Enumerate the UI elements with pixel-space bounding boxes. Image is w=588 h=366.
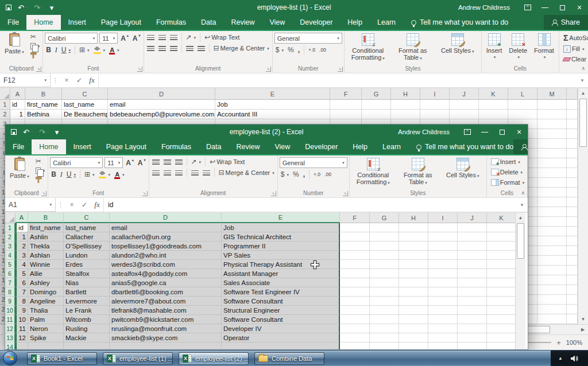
underline-button[interactable]: U▾ <box>65 170 77 178</box>
scroll-down-icon[interactable]: ▼ <box>578 314 588 324</box>
increase-decimal-button[interactable]: +.0 <box>312 172 322 178</box>
font-dialog-launcher[interactable]: ↘ <box>137 67 142 72</box>
redo-button[interactable]: ↷▾ <box>39 129 49 136</box>
account-name[interactable]: Andrew Childress <box>458 4 510 11</box>
cell[interactable] <box>567 188 578 197</box>
cell[interactable] <box>340 287 370 297</box>
maximize-button[interactable] <box>554 0 571 15</box>
tab-data[interactable]: Data <box>199 139 229 154</box>
cell[interactable] <box>479 110 508 119</box>
increase-indent-button[interactable] <box>196 45 206 52</box>
customize-qat-button[interactable]: ▾ <box>50 4 54 11</box>
cell[interactable] <box>487 306 516 315</box>
cell[interactable] <box>340 333 370 342</box>
cell[interactable]: Software Test Engineer IV <box>222 287 340 297</box>
cell[interactable] <box>487 251 516 260</box>
formula-input[interactable]: id <box>103 198 516 212</box>
column-header-G[interactable]: G <box>362 88 391 100</box>
column-header-D[interactable]: D <box>110 213 222 223</box>
cell[interactable] <box>340 251 370 260</box>
cell[interactable] <box>537 188 567 197</box>
cell[interactable]: Palm <box>28 315 64 324</box>
cell[interactable] <box>537 227 567 236</box>
orientation-button[interactable]: ↗▾ <box>190 158 203 166</box>
cell[interactable] <box>399 342 428 349</box>
format-as-table-button[interactable]: Format as Table▾ <box>396 157 440 186</box>
cell[interactable] <box>370 278 399 287</box>
cell[interactable]: anias5@google.ca <box>110 278 222 287</box>
cell[interactable] <box>537 110 567 119</box>
accounting-format-button[interactable]: $▾ <box>280 170 290 178</box>
cancel-button[interactable]: × <box>60 73 73 87</box>
cell[interactable] <box>28 342 64 349</box>
show-hidden-icons-button[interactable]: ▲ <box>558 356 563 361</box>
cell[interactable] <box>428 333 458 342</box>
cell[interactable]: tospellissey1@goodreads.com <box>110 242 222 251</box>
scroll-right-icon[interactable]: ▶ <box>578 325 588 334</box>
cell[interactable] <box>567 149 578 158</box>
cell[interactable] <box>567 256 578 266</box>
taskbar-button-combine-data[interactable]: Combine Data <box>254 352 324 365</box>
cell[interactable] <box>391 110 420 119</box>
customize-qat-button[interactable]: ▾ <box>55 129 59 136</box>
vertical-scroll-thumb[interactable] <box>517 223 524 259</box>
cell[interactable]: Thalia <box>28 306 64 315</box>
cell[interactable] <box>450 100 479 110</box>
cell[interactable] <box>370 269 399 278</box>
font-size-select[interactable]: 11▾ <box>99 33 118 44</box>
cell[interactable] <box>399 232 428 242</box>
delete-cells-button[interactable]: Delete▾ <box>490 168 525 176</box>
cell[interactable]: tlefrank8@mashable.com <box>110 306 222 315</box>
cell[interactable]: email <box>110 223 222 232</box>
bold-button[interactable]: B <box>50 170 57 178</box>
cell[interactable]: Nias <box>64 278 110 287</box>
grow-font-button[interactable]: A▴ <box>125 159 135 167</box>
cell[interactable] <box>399 306 428 315</box>
cell[interactable]: Bartlett <box>64 287 110 297</box>
cell[interactable] <box>399 324 428 333</box>
align-center-button[interactable] <box>157 45 167 52</box>
cell[interactable] <box>399 297 428 306</box>
cell[interactable] <box>428 342 458 349</box>
increase-decimal-button[interactable]: +.0 <box>307 47 316 53</box>
cell[interactable] <box>567 246 578 256</box>
cell[interactable]: Developer IV <box>222 324 340 333</box>
column-header-A[interactable]: A <box>16 213 28 223</box>
cell[interactable] <box>537 305 567 314</box>
cell[interactable]: 12 <box>16 333 28 342</box>
cell[interactable]: Software Consultant <box>222 297 340 306</box>
cell[interactable] <box>340 269 370 278</box>
cell[interactable] <box>16 342 28 349</box>
save-button[interactable] <box>6 5 11 10</box>
cell[interactable] <box>567 266 578 275</box>
tab-review[interactable]: Review <box>229 139 267 154</box>
tab-learn[interactable]: Learn <box>370 15 403 30</box>
column-header-I[interactable]: I <box>420 88 450 100</box>
scroll-up-icon[interactable]: ▲ <box>578 88 588 98</box>
cell[interactable]: alevermore7@about.com <box>110 297 222 306</box>
column-header-B[interactable]: B <box>25 88 62 100</box>
column-header-D[interactable]: D <box>108 88 215 100</box>
cell[interactable] <box>487 297 516 306</box>
cell[interactable]: smackieb@skype.com <box>110 333 222 342</box>
insert-cells-button[interactable]: Insert▾ <box>483 33 505 60</box>
cell[interactable]: dbartlett6@booking.com <box>110 287 222 297</box>
volume-icon[interactable] <box>571 355 579 362</box>
share-button[interactable]: Share <box>544 15 588 30</box>
align-right-button[interactable] <box>174 170 184 176</box>
column-header-C[interactable]: C <box>62 88 108 100</box>
cell[interactable]: astealfox4@godaddy.com <box>110 269 222 278</box>
cell[interactable] <box>370 232 399 242</box>
cell[interactable] <box>428 269 458 278</box>
cell[interactable]: Ashlan <box>28 251 64 260</box>
tab-data[interactable]: Data <box>194 15 223 30</box>
font-name-select[interactable]: Calibri▾ <box>45 33 98 44</box>
accounting-format-button[interactable]: $▾ <box>274 46 285 54</box>
ribbon-display-options-button[interactable]: ^ <box>519 0 536 15</box>
cell[interactable] <box>362 100 391 110</box>
cell[interactable] <box>340 242 370 251</box>
cell[interactable] <box>340 315 370 324</box>
cell[interactable] <box>487 269 516 278</box>
cell[interactable]: acallacher0@un.org <box>110 232 222 242</box>
format-as-table-button[interactable]: Format as Table▾ <box>391 33 435 62</box>
